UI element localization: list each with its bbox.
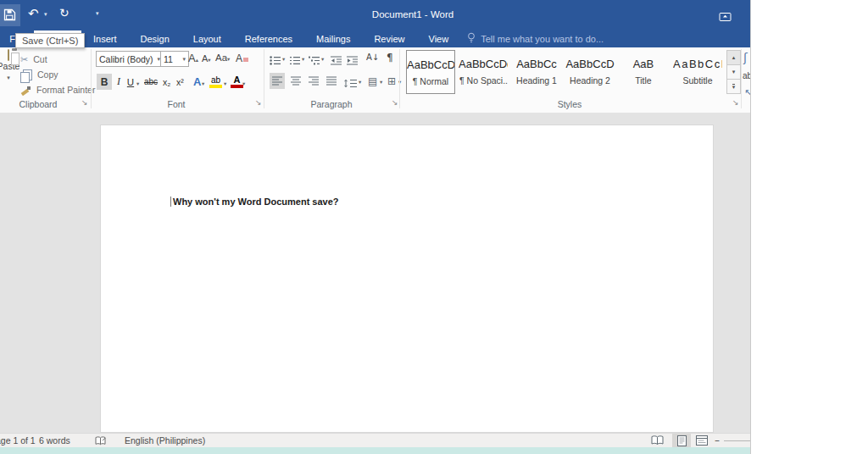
clipboard-dialog-launcher[interactable]: ↘: [81, 98, 88, 107]
ribbon-display-options-button[interactable]: [719, 10, 732, 25]
highlight-color-button[interactable]: ab: [209, 74, 222, 88]
styles-scroll-down-button[interactable]: ▾: [726, 64, 741, 80]
zoom-slider[interactable]: [724, 440, 751, 441]
select-icon[interactable]: ↖: [744, 87, 751, 98]
italic-button[interactable]: I: [114, 74, 124, 90]
find-icon[interactable]: ʃ: [743, 51, 748, 64]
paste-dropdown-icon[interactable]: ▾: [7, 75, 10, 81]
tab-insert[interactable]: Insert: [81, 34, 129, 44]
align-right-button[interactable]: [306, 73, 321, 89]
text-effects-button[interactable]: A: [193, 74, 201, 90]
language-status[interactable]: English (Philippines): [125, 435, 205, 446]
ribbon-tab-row: File Insert Design Layout References Mai…: [0, 30, 751, 47]
tell-me-box[interactable]: Tell me what you want to do...: [467, 32, 604, 46]
align-left-button[interactable]: [270, 73, 285, 89]
clear-formatting-button[interactable]: A: [236, 53, 248, 64]
proofing-status-icon[interactable]: [95, 436, 107, 447]
subscript-button[interactable]: x₂: [163, 74, 170, 90]
strikethrough-button[interactable]: abc: [144, 74, 158, 90]
bullets-dropdown-icon[interactable]: ▾: [282, 56, 285, 63]
word-count[interactable]: 6 words: [39, 435, 70, 446]
tab-mailings[interactable]: Mailings: [304, 34, 362, 44]
show-paragraph-marks-button[interactable]: ¶: [387, 52, 393, 64]
format-painter-button[interactable]: Format Painter: [20, 83, 95, 97]
cut-icon: ✂: [20, 54, 28, 65]
style-preview: AaBbCc: [512, 56, 561, 72]
document-text[interactable]: Why won't my Word Document save?: [173, 197, 339, 207]
font-name-value: Calibri (Body): [99, 54, 153, 64]
tab-references[interactable]: References: [233, 34, 304, 44]
text-cursor: [170, 197, 171, 207]
styles-scroll-up-button[interactable]: ▴: [726, 50, 741, 65]
style-subtitle[interactable]: AaBbCcD Subtitle: [673, 50, 722, 94]
font-dialog-launcher[interactable]: ↘: [255, 98, 262, 107]
highlight-letters: ab: [211, 75, 220, 85]
shading-button[interactable]: ▤: [368, 75, 377, 87]
text-effects-letter: A: [193, 75, 201, 88]
styles-more-button[interactable]: ▾: [726, 79, 741, 94]
numbering-dropdown-icon[interactable]: ▾: [302, 56, 304, 63]
multilevel-dropdown-icon[interactable]: ▾: [321, 56, 324, 63]
font-color-button[interactable]: A: [231, 74, 243, 88]
undo-dropdown[interactable]: ▾: [44, 11, 47, 18]
numbering-button[interactable]: [289, 53, 301, 69]
copy-button[interactable]: Copy: [20, 68, 58, 81]
shading-dropdown-icon[interactable]: ▾: [380, 79, 382, 86]
read-mode-button[interactable]: [651, 435, 665, 446]
style-name: ¶ No Spaci...: [459, 75, 508, 86]
styles-dialog-launcher[interactable]: ↘: [732, 98, 739, 107]
line-spacing-dropdown-icon[interactable]: ▾: [359, 79, 361, 86]
superscript-button[interactable]: x²: [176, 74, 184, 90]
underline-button[interactable]: U: [125, 74, 136, 90]
font-color-dropdown-icon[interactable]: ▾: [242, 80, 245, 87]
style-heading1[interactable]: AaBbCc Heading 1: [512, 50, 561, 94]
sort-button[interactable]: A↓: [366, 53, 379, 62]
undo-button[interactable]: ↶: [28, 6, 39, 21]
font-group-label: Font: [96, 99, 257, 109]
font-size-combo[interactable]: 11 ▾: [160, 51, 189, 67]
word-window: ↶ ▾ ↻ ▾ Document1 - Word File Insert Des…: [0, 0, 751, 454]
page-count[interactable]: Page 1 of 1: [0, 435, 36, 446]
tab-view[interactable]: View: [417, 34, 461, 44]
zoom-out-button[interactable]: –: [715, 435, 720, 446]
multilevel-list-button[interactable]: [309, 53, 320, 69]
bullets-button[interactable]: [270, 53, 281, 69]
sort-icon: A↓: [366, 53, 379, 62]
cut-button[interactable]: ✂ Cut: [20, 53, 47, 66]
grow-font-button[interactable]: A▴: [188, 52, 198, 64]
increase-indent-button[interactable]: [347, 53, 359, 69]
shrink-font-button[interactable]: A▾: [202, 53, 211, 64]
line-spacing-button[interactable]: [344, 76, 358, 91]
tab-review[interactable]: Review: [362, 34, 416, 44]
replace-icon[interactable]: ab: [743, 71, 751, 80]
font-name-combo[interactable]: Calibri (Body) ▾: [96, 51, 164, 67]
bold-button[interactable]: B: [97, 74, 112, 90]
print-layout-button[interactable]: [672, 434, 691, 448]
text-effects-dropdown-icon[interactable]: ▾: [202, 80, 204, 87]
save-icon: [3, 9, 16, 24]
paragraph-dialog-launcher[interactable]: ↘: [392, 98, 398, 107]
borders-button[interactable]: ⊞: [387, 75, 396, 87]
change-case-button[interactable]: Aa▾: [215, 53, 230, 63]
align-center-button[interactable]: [288, 73, 303, 89]
document-page[interactable]: Why won't my Word Document save?: [100, 125, 714, 433]
save-button[interactable]: [3, 8, 16, 25]
highlight-dropdown-icon[interactable]: ▾: [224, 80, 226, 87]
justify-button[interactable]: [324, 73, 339, 89]
font-color-bar: [231, 85, 243, 88]
style-normal[interactable]: AaBbCcDd ¶ Normal: [406, 50, 455, 94]
web-layout-button[interactable]: [696, 435, 708, 446]
style-preview: AaBbCcD: [673, 56, 722, 72]
underline-dropdown-icon[interactable]: ▾: [136, 80, 139, 87]
style-heading2[interactable]: AaBbCcD Heading 2: [565, 50, 615, 94]
paragraph-group-label: Paragraph: [268, 99, 395, 109]
redo-button[interactable]: ↻: [59, 6, 70, 19]
style-no-spacing[interactable]: AaBbCcDd ¶ No Spaci...: [459, 50, 508, 94]
decrease-indent-button[interactable]: [331, 53, 343, 69]
tab-design[interactable]: Design: [129, 34, 181, 44]
style-preview: AaBbCcDd: [459, 56, 508, 72]
customize-qat-button[interactable]: ▾: [96, 10, 99, 17]
tab-layout[interactable]: Layout: [181, 34, 233, 44]
styles-more-icon: ▾: [732, 84, 736, 90]
style-title[interactable]: AaB Title: [619, 50, 668, 94]
